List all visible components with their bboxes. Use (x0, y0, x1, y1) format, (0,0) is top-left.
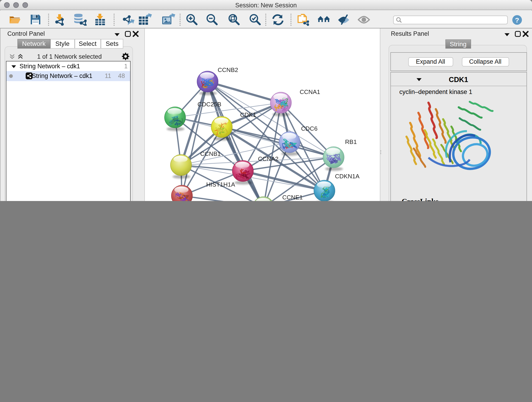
svg-text:CCNA1: CCNA1 (300, 89, 320, 95)
svg-text:HIST1H1A: HIST1H1A (206, 181, 235, 188)
svg-text:CCNE1: CCNE1 (282, 194, 303, 201)
svg-text:CDC25B: CDC25B (197, 101, 221, 108)
svg-text:CCNB1: CCNB1 (200, 150, 221, 157)
svg-text:CDK1: CDK1 (240, 111, 256, 118)
svg-text:CCNB2: CCNB2 (218, 66, 238, 73)
svg-text:CDKN1A: CDKN1A (335, 173, 360, 180)
svg-text:CDC6: CDC6 (301, 125, 317, 132)
svg-text:CCNA2: CCNA2 (258, 155, 278, 162)
svg-text:RB1: RB1 (345, 138, 357, 145)
